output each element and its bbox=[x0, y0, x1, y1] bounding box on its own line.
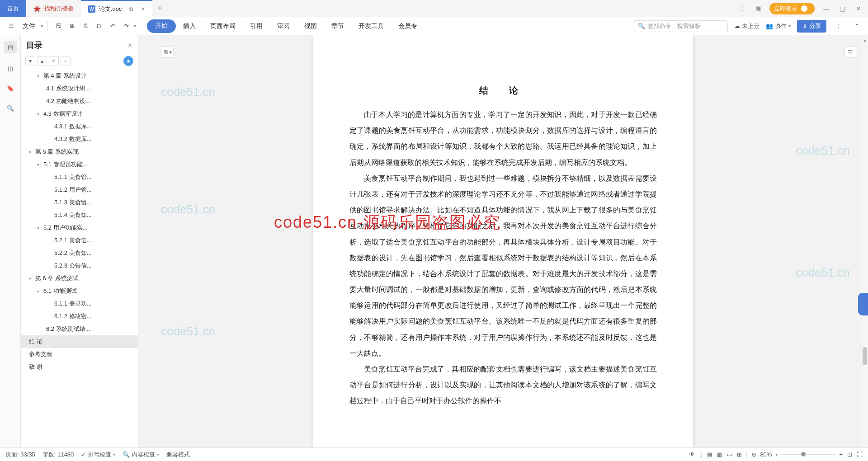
tab-add[interactable]: + bbox=[152, 4, 168, 13]
login-label: 立即登录 bbox=[774, 5, 797, 13]
tab-templates[interactable]: 找稻壳模板 bbox=[26, 0, 81, 17]
toc-item[interactable]: 6.1.2 修改密... bbox=[21, 310, 138, 323]
collab-button[interactable]: 👥 协作 ▾ bbox=[766, 22, 791, 30]
toc-item[interactable]: 5.2.2 美食知... bbox=[21, 247, 138, 259]
chevron-down-icon: ▾ bbox=[37, 226, 43, 230]
fit-width-icon[interactable]: ⊡ bbox=[847, 451, 852, 458]
view-read-icon[interactable]: ▭ bbox=[727, 451, 732, 458]
zoom-slider[interactable] bbox=[781, 454, 835, 455]
toc-item[interactable]: 4.3.2 数据库... bbox=[21, 133, 138, 146]
outline-icon[interactable]: ▤ bbox=[4, 41, 17, 53]
view-web-icon[interactable]: ▥ bbox=[717, 451, 722, 458]
sidebar-tools: ▾ ▴ + − ● bbox=[21, 55, 138, 70]
tab-document[interactable]: W 论文.doc ⧉ ✕ bbox=[81, 0, 152, 17]
toc-item[interactable]: 5.2.1 美食信... bbox=[21, 234, 138, 247]
save-icon[interactable]: 🖫 bbox=[52, 20, 64, 32]
menu-tab-5[interactable]: 视图 bbox=[297, 19, 324, 33]
add-level-icon[interactable]: + bbox=[49, 56, 59, 66]
more-icon[interactable]: ⋮ bbox=[833, 20, 844, 32]
collapse-all-icon[interactable]: ▾ bbox=[25, 56, 35, 66]
eye-icon[interactable]: 👁 bbox=[689, 451, 695, 458]
undo-icon[interactable]: ↶ bbox=[107, 20, 118, 32]
vertical-scrollbar[interactable]: ▴ bbox=[862, 35, 868, 447]
window-maximize-icon[interactable]: ▢ bbox=[837, 4, 847, 14]
apps-icon[interactable]: ▦ bbox=[753, 4, 763, 14]
login-button[interactable]: 立即登录 bbox=[769, 3, 815, 14]
print-icon[interactable]: 🖶 bbox=[80, 20, 91, 32]
zoom-control[interactable]: ⊕ 80% ▾ + bbox=[751, 451, 843, 458]
toc-item[interactable]: ▾6.1 功能测试 bbox=[21, 285, 138, 297]
tab-home[interactable]: 首页 bbox=[0, 0, 26, 17]
toc-item[interactable]: 5.2.3 公告信... bbox=[21, 259, 138, 272]
menu-tab-1[interactable]: 插入 bbox=[176, 19, 203, 33]
window-minimize-icon[interactable]: — bbox=[821, 4, 831, 14]
fullscreen-icon[interactable]: ⛶ bbox=[857, 451, 863, 458]
toc-item[interactable]: ▾第 5 章 系统实现 bbox=[21, 146, 138, 158]
window-close-icon[interactable]: ✕ bbox=[854, 4, 863, 14]
menu-tab-0[interactable]: 开始 bbox=[147, 19, 176, 33]
layout-icon[interactable]: ⬚ bbox=[737, 4, 747, 14]
side-panel-tab[interactable] bbox=[858, 293, 868, 315]
collapse-icon[interactable]: ⌃ bbox=[851, 20, 863, 32]
collab-icon: 👥 bbox=[766, 23, 773, 29]
find-icon[interactable]: 🔍 bbox=[5, 103, 15, 113]
watermark: code51.cn bbox=[161, 85, 215, 99]
toc-item[interactable]: 4.1 系统设计思... bbox=[21, 82, 138, 95]
toc-item[interactable]: 6.2 系统测试结... bbox=[21, 323, 138, 335]
file-menu[interactable]: 文件 bbox=[23, 22, 35, 30]
menu-tab-7[interactable]: 开发工具 bbox=[351, 19, 391, 33]
print-preview-icon[interactable]: 🗋 bbox=[93, 20, 105, 32]
menu-icon[interactable]: ☰ bbox=[5, 20, 17, 32]
view-draft-icon[interactable]: ⊞ bbox=[737, 451, 742, 458]
save-as-icon[interactable]: 🗎 bbox=[66, 20, 78, 32]
toc-item[interactable]: ▾5.1 管理员功能... bbox=[21, 158, 138, 171]
view-page-icon[interactable]: ▯ bbox=[699, 451, 703, 458]
menu-tab-4[interactable]: 审阅 bbox=[270, 19, 297, 33]
toc-item[interactable]: 结 论 bbox=[21, 335, 138, 348]
view-outline-icon[interactable]: ▤ bbox=[707, 451, 712, 458]
search-box[interactable]: 🔍 查找命令、搜索模板 bbox=[633, 20, 728, 32]
bookmark-icon[interactable]: 🔖 bbox=[5, 83, 15, 93]
page-indicator[interactable]: 页面: 33/35 bbox=[5, 451, 35, 459]
toc-item[interactable]: 5.1.1 美食管... bbox=[21, 171, 138, 183]
toc-item[interactable]: ▾第 6 章 系统测试 bbox=[21, 272, 138, 285]
expand-all-icon[interactable]: ▴ bbox=[37, 56, 47, 66]
nav-icon[interactable]: ◫ bbox=[5, 63, 15, 73]
redo-icon[interactable]: ↷ bbox=[120, 20, 132, 32]
doc-options-icon[interactable]: ☰ bbox=[844, 46, 856, 58]
toc-item[interactable]: 5.1.2 用户管... bbox=[21, 183, 138, 196]
tab-popout-icon[interactable]: ⧉ bbox=[129, 6, 133, 12]
toc-item[interactable]: 参考文献 bbox=[21, 348, 138, 361]
compat-mode[interactable]: 兼容模式 bbox=[166, 451, 190, 459]
share-button[interactable]: ⇪ 分享 bbox=[797, 20, 826, 33]
cloud-status[interactable]: ☁ 未上云 bbox=[734, 22, 760, 30]
sidebar-close-icon[interactable]: ✕ bbox=[127, 42, 132, 49]
scroll-thumb[interactable] bbox=[863, 347, 867, 365]
menu-tab-3[interactable]: 引用 bbox=[243, 19, 270, 33]
toc-item[interactable]: 4.3.1 数据库... bbox=[21, 120, 138, 133]
toc-item[interactable]: ▾4.3 数据库设计 bbox=[21, 108, 138, 120]
toc-item[interactable]: ▾5.2 用户功能实... bbox=[21, 221, 138, 234]
toc-item[interactable]: 4.2 功能结构设... bbox=[21, 95, 138, 108]
toc-item[interactable]: 5.1.4 美食知... bbox=[21, 209, 138, 221]
remove-level-icon[interactable]: − bbox=[61, 56, 71, 66]
toc-sync-icon[interactable]: ● bbox=[123, 56, 133, 66]
spell-check[interactable]: ✓ 拼写检查 ▾ bbox=[81, 451, 115, 459]
scroll-up-icon[interactable]: ▴ bbox=[862, 35, 868, 44]
titlebar: 首页 找稻壳模板 W 论文.doc ⧉ ✕ + ⬚ ▦ 立即登录 — ▢ ✕ bbox=[0, 0, 868, 17]
sidebar: 目录 ✕ ▾ ▴ + − ● ▾第 4 章 系统设计4.1 系统设计思...4.… bbox=[21, 35, 138, 447]
toc-item[interactable]: 致 谢 bbox=[21, 361, 138, 373]
toc-item[interactable]: 5.1.3 美食留... bbox=[21, 196, 138, 209]
tab-close-icon[interactable]: ✕ bbox=[141, 6, 145, 12]
toc-item[interactable]: 6.1.1 登录功... bbox=[21, 297, 138, 310]
doc-section-icon[interactable]: 🗎▾ bbox=[162, 46, 174, 58]
menu-tab-2[interactable]: 页面布局 bbox=[203, 19, 243, 33]
content-check[interactable]: 🔍 内容检查 ▾ bbox=[123, 451, 159, 459]
word-count[interactable]: 字数: 11480 bbox=[42, 451, 74, 459]
document-area[interactable]: code51.cn code51.cn code51.cn code51.cn … bbox=[138, 35, 868, 447]
watermark: code51.cn bbox=[161, 202, 215, 216]
menu-tab-6[interactable]: 章节 bbox=[324, 19, 351, 33]
zoom-in-icon[interactable]: + bbox=[839, 451, 843, 458]
toc-item[interactable]: ▾第 4 章 系统设计 bbox=[21, 70, 138, 82]
menu-tab-8[interactable]: 会员专 bbox=[391, 19, 425, 33]
